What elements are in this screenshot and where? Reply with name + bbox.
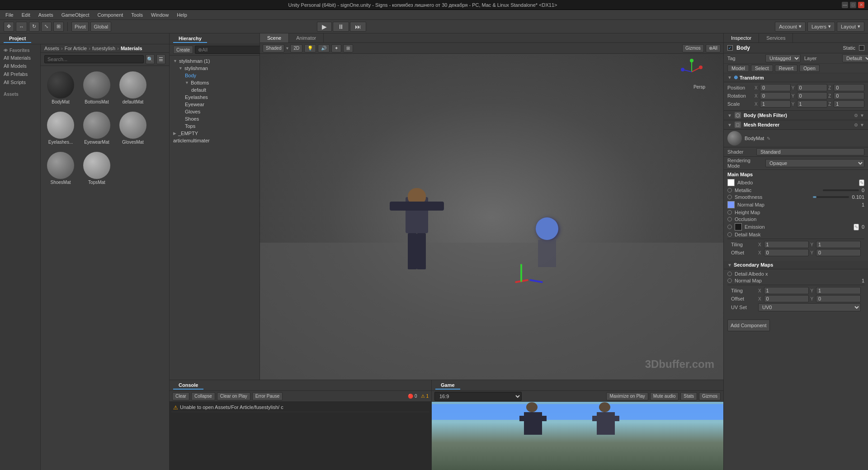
- sec-offset-y[interactable]: [816, 295, 861, 302]
- close-btn[interactable]: ✕: [858, 2, 864, 8]
- breadcrumb-assets[interactable]: Assets: [44, 46, 59, 51]
- hier-stylishman[interactable]: ▼ stylishman: [170, 65, 259, 72]
- gizmos-all[interactable]: ⊕All: [706, 44, 721, 52]
- fav-all-materials[interactable]: All Materials: [0, 54, 40, 62]
- maximize-btn[interactable]: □: [850, 2, 856, 8]
- rotation-y[interactable]: [797, 92, 828, 99]
- asset-glovesmat[interactable]: GlovesMat: [117, 110, 149, 146]
- hierarchy-search[interactable]: [195, 46, 264, 54]
- model-btn[interactable]: Model: [727, 65, 749, 72]
- scene-view[interactable]: Persp 3Dbuffer.com: [260, 54, 723, 380]
- hidden-btn[interactable]: ⊞: [343, 44, 353, 52]
- shaded-btn[interactable]: Shaded: [263, 44, 284, 52]
- detail-albedo-radio[interactable]: [727, 272, 732, 276]
- layer-dropdown[interactable]: Default: [842, 54, 868, 62]
- asset-bodymat[interactable]: BodyMat: [44, 70, 77, 106]
- mesh-filter-header[interactable]: ▼ ⬡ Body (Mesh Filter) ⚙ ▼: [724, 111, 868, 120]
- render-mode-dropdown[interactable]: Opaque: [765, 159, 864, 167]
- scale-x[interactable]: [760, 100, 791, 108]
- menu-file[interactable]: File: [2, 11, 17, 19]
- hier-stylishman-1[interactable]: ▼ stylishman (1): [170, 57, 259, 65]
- gizmos-game-btn[interactable]: Gizmos: [699, 392, 721, 400]
- material-edit-btn[interactable]: ✎: [767, 136, 770, 141]
- sec-tiling-y[interactable]: [816, 287, 861, 294]
- stats-btn[interactable]: Stats: [680, 392, 697, 400]
- breadcrumb-materials[interactable]: Materials: [121, 46, 142, 51]
- tool-move[interactable]: ✥: [4, 22, 14, 32]
- lights-btn[interactable]: 💡: [304, 44, 316, 52]
- tab-services[interactable]: Services: [759, 33, 793, 42]
- position-y[interactable]: [797, 84, 828, 91]
- height-map-radio[interactable]: [727, 210, 732, 215]
- global-btn[interactable]: Global: [90, 22, 111, 32]
- transform-section-header[interactable]: ▼ ⊕ Transform: [724, 73, 868, 82]
- emission-color[interactable]: [735, 223, 742, 230]
- maximize-on-play-btn[interactable]: Maximize on Play: [606, 392, 648, 400]
- tab-animator[interactable]: Animator: [289, 33, 324, 42]
- search-btn[interactable]: 🔍: [146, 54, 155, 64]
- menu-edit[interactable]: Edit: [18, 11, 34, 19]
- hier-tops[interactable]: Tops: [170, 122, 259, 130]
- search-input[interactable]: [44, 55, 144, 63]
- hier-eyelashes[interactable]: Eyelashes: [170, 94, 259, 101]
- clear-on-play-btn[interactable]: Clear on Play: [217, 392, 250, 400]
- mesh-filter-settings[interactable]: ⚙: [854, 113, 858, 118]
- minimize-btn[interactable]: —: [842, 2, 848, 8]
- asset-topsmat[interactable]: TopsMat: [80, 150, 113, 187]
- collapse-btn[interactable]: Collapse: [191, 392, 215, 400]
- uv-set-dropdown[interactable]: UV0: [758, 303, 861, 311]
- fav-all-prefabs[interactable]: All Prefabs: [0, 70, 40, 78]
- asset-shoesmat[interactable]: ShoesMat: [44, 150, 77, 187]
- layout-dropdown[interactable]: Layout ▾: [837, 22, 864, 32]
- pause-btn[interactable]: ⏸: [333, 22, 349, 32]
- breadcrumb-article[interactable]: For Article: [65, 46, 87, 51]
- metallic-slider[interactable]: [823, 189, 859, 191]
- secondary-maps-header[interactable]: ▼ Secondary Maps: [724, 261, 868, 269]
- tab-project[interactable]: Project: [4, 35, 31, 43]
- emission-radio[interactable]: [727, 225, 732, 229]
- hier-empty[interactable]: ▶ _EMPTY: [170, 130, 259, 137]
- menu-tools[interactable]: Tools: [127, 11, 146, 19]
- sec-tiling-x[interactable]: [764, 287, 809, 294]
- position-z[interactable]: [834, 84, 864, 91]
- 2d-btn[interactable]: 2D: [290, 44, 302, 52]
- open-btn[interactable]: Open: [799, 65, 820, 72]
- add-component-btn[interactable]: Add Component: [727, 320, 770, 331]
- albedo-color[interactable]: [727, 179, 735, 186]
- smoothness-slider[interactable]: [813, 196, 849, 198]
- tag-dropdown[interactable]: Untagged: [765, 54, 801, 62]
- tool-translate[interactable]: ↔: [16, 22, 27, 32]
- tool-rotate[interactable]: ↻: [29, 22, 39, 32]
- mesh-filter-menu[interactable]: ▼: [860, 113, 864, 118]
- sec-normal-map-radio[interactable]: [727, 278, 732, 283]
- position-x[interactable]: [760, 84, 791, 91]
- static-checkbox[interactable]: [859, 45, 864, 51]
- tab-inspector[interactable]: Inspector: [724, 33, 759, 42]
- hier-shoes[interactable]: Shoes: [170, 115, 259, 122]
- step-btn[interactable]: ⏭: [350, 22, 366, 32]
- layers-dropdown[interactable]: Layers ▾: [807, 22, 835, 32]
- menu-component[interactable]: Component: [94, 11, 127, 19]
- sec-offset-x[interactable]: [764, 295, 809, 302]
- revert-btn[interactable]: Revert: [775, 65, 797, 72]
- rotation-x[interactable]: [760, 92, 791, 99]
- fav-all-scripts[interactable]: All Scripts: [0, 78, 40, 86]
- asset-eyelashes[interactable]: Eyelashes...: [44, 110, 77, 146]
- offset-x[interactable]: [764, 249, 809, 256]
- occlusion-radio[interactable]: [727, 217, 732, 221]
- fav-all-models[interactable]: All Models: [0, 62, 40, 70]
- tiling-x[interactable]: [764, 241, 809, 248]
- account-dropdown[interactable]: Account ▾: [775, 22, 806, 32]
- rotation-z[interactable]: [834, 92, 864, 99]
- effects-btn[interactable]: ✦: [331, 44, 341, 52]
- menu-window[interactable]: Window: [147, 11, 172, 19]
- hier-body[interactable]: Body: [170, 72, 259, 79]
- metallic-radio[interactable]: [727, 188, 732, 193]
- tiling-y[interactable]: [816, 241, 861, 248]
- menu-help[interactable]: Help: [173, 11, 191, 19]
- emission-edit-btn[interactable]: ✎: [854, 224, 859, 230]
- play-btn[interactable]: ▶: [317, 22, 332, 32]
- hierarchy-create-btn[interactable]: Create: [173, 46, 193, 54]
- asset-bottomsmat[interactable]: BottomsMat: [80, 70, 113, 106]
- mute-audio-btn[interactable]: Mute audio: [650, 392, 679, 400]
